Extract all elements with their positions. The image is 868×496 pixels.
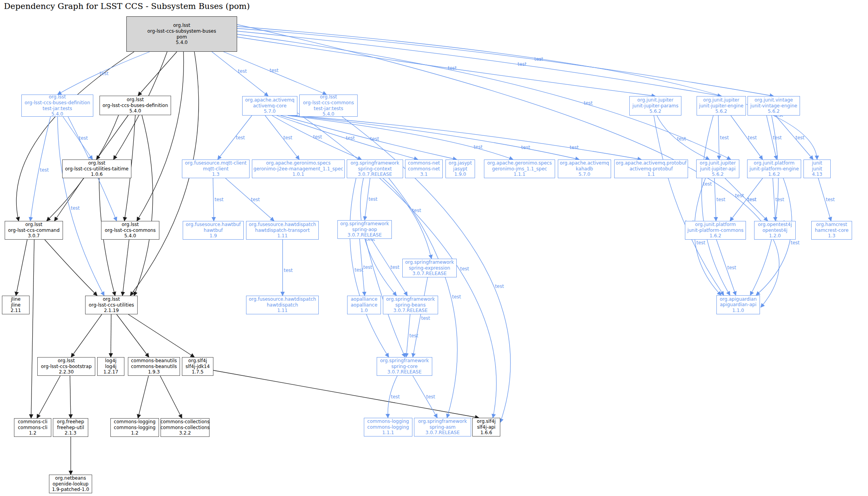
- edge-ccs-bootstrap-to-commons-cli: [37, 376, 60, 418]
- node-label-line: org.apache.geronimo.specs: [487, 160, 552, 166]
- node-ccs-bootstrap: org.lsstorg-lsst-ccs-bootstrap2.2.30: [37, 357, 95, 376]
- node-log4j: log4jlog4j1.2.17: [97, 357, 124, 376]
- node-freehep-util: org.freehepfreehep-util2.1.3: [53, 418, 88, 437]
- node-aopalliance: aopallianceaopalliance1.0: [347, 296, 381, 314]
- edge-scope-label: test: [796, 135, 805, 140]
- node-junit-jupiter-params: org.junit.jupiterjunit-jupiter-params5.6…: [629, 96, 681, 116]
- node-hawtbuf: org.fusesource.hawtbufhawtbuf1.9: [183, 221, 244, 240]
- node-junit-vintage-engine: org.junit.vintagejunit-vintage-engine5.6…: [747, 96, 800, 116]
- node-spring-core: org.springframeworkspring-core3.0.7.RELE…: [377, 357, 432, 376]
- edge-junit-jupiter-api-to-junit-platform-commons: [714, 178, 716, 221]
- node-label-line: 3.2.2: [179, 430, 191, 436]
- edge-scope-label: test: [270, 68, 279, 73]
- edge-junit-platform-engine-to-junit-platform-commons: [730, 178, 763, 221]
- edge-commons-beanutils-to-commons-collections: [160, 376, 182, 418]
- node-activemq-protobuf: org.apache.activemq.protobufactivemq-pro…: [614, 159, 688, 178]
- node-label-line: aopalliance: [351, 296, 377, 302]
- node-spring-beans: org.springframeworkspring-beans3.0.7.REL…: [383, 296, 438, 314]
- node-label-line: commons-collections: [161, 419, 210, 425]
- node-label-line: test-jar:tests: [314, 106, 343, 112]
- edge-ccs-command-to-ccs-utilities: [45, 240, 97, 296]
- node-label-line: org.junit.jupiter: [703, 97, 739, 103]
- edge-scope-label: test: [748, 135, 757, 140]
- node-root: org.lsstorg-lsst-ccs-subsystem-busespom5…: [126, 16, 237, 52]
- node-label-line: 1.0: [360, 308, 368, 314]
- edge-scope-label: test: [826, 197, 835, 202]
- edge-scope-label: test: [251, 197, 260, 202]
- edge-scope-label: test: [71, 205, 80, 211]
- edge-junit-jupiter-engine-to-apiguardian-api: [702, 116, 730, 295]
- node-apiguardian-api: org.apiguardianapiguardian-api1.1.0: [716, 295, 760, 314]
- node-label-line: 4.13: [812, 172, 823, 177]
- node-label-line: junit-jupiter-api: [700, 166, 736, 172]
- node-activemq-core: org.apache.activemqactivemq-core5.7.0: [242, 96, 297, 116]
- node-label-line: org.springframework: [405, 259, 454, 265]
- node-label-line: org.lsst: [103, 296, 120, 302]
- node-label-line: 3.0.7.RELEASE: [388, 369, 422, 375]
- node-label-line: commons-collections: [161, 425, 210, 431]
- node-label-line: org.lsst: [58, 358, 75, 364]
- node-label-line: apiguardian-api: [720, 302, 756, 308]
- edge-slf4j-jdk14-to-slf4j-api: [213, 370, 479, 418]
- node-label-line: org.apache.activemq: [245, 97, 294, 103]
- node-label-line: junit-vintage-engine: [750, 103, 797, 109]
- node-label-line: commons-cli: [18, 425, 47, 431]
- edge-scope-label: test: [421, 315, 430, 321]
- edge-scope-label: test: [355, 267, 363, 273]
- edge-scope-label: test: [370, 136, 379, 142]
- edge-scope-label: test: [703, 181, 712, 187]
- node-label-line: 1.2.17: [103, 369, 118, 375]
- edge-scope-label: test: [100, 71, 108, 76]
- edge-scope-label: test: [452, 294, 461, 300]
- edge-scope-label: test: [215, 197, 224, 202]
- node-slf4j-jdk14: org.slf4jslf4j-jdk141.7.5: [182, 357, 213, 376]
- edge-root-to-junit-vintage-engine: [237, 28, 774, 96]
- node-label-line: 1.11: [277, 233, 288, 239]
- edge-scope-label: test: [448, 65, 457, 71]
- edge-utilities-taitime-to-ccs-command: [54, 178, 84, 221]
- node-label-line: org.apache.geronimo.specs: [266, 160, 331, 166]
- node-junit-platform-engine: org.junit.platformjunit-platform-engine1…: [747, 159, 801, 178]
- node-utilities-taitime: org.lsstorg-lsst-ccs-utilities-taitime1.…: [62, 159, 131, 178]
- node-label-line: mqtt-client: [203, 166, 229, 172]
- node-label-line: 5.4.0: [51, 111, 63, 117]
- node-geronimo-j2ee-management: org.apache.geronimo.specsgeronimo-j2ee-m…: [252, 159, 345, 178]
- node-commons-cli: commons-clicommons-cli1.2: [14, 418, 51, 437]
- node-label-line: org-lsst-ccs-utilities: [89, 302, 134, 308]
- node-jasypt: org.jasyptjasypt1.9.0: [445, 159, 475, 178]
- node-label-line: pom: [176, 34, 187, 40]
- node-label-line: org.opentest4j: [758, 222, 792, 228]
- node-label-line: 1.1.1: [382, 430, 394, 436]
- edge-scope-label: test: [460, 266, 469, 272]
- edge-commons-beanutils-to-commons-logging-1.2: [138, 376, 148, 418]
- node-label-line: junit: [812, 166, 823, 172]
- node-label-line: hamcrest-core: [815, 228, 849, 233]
- edge-scope-label: test: [391, 265, 400, 270]
- node-ccs-commons-testjar: org.lsstorg-lsst-ccs-commonstest-jar:tes…: [299, 95, 358, 117]
- node-label-line: commons-net: [408, 166, 440, 172]
- node-label-line: openide-lookup: [52, 481, 88, 487]
- node-label-line: org.fusesource.hawtdispatch: [249, 296, 316, 302]
- node-label-line: 3.0.7.RELEASE: [426, 430, 460, 436]
- node-label-line: 1.1.0: [732, 308, 744, 314]
- node-label-line: 1.1: [647, 172, 655, 177]
- node-label-line: org.junit.vintage: [754, 97, 793, 103]
- node-kahadb: org.apache.activemqkahadb5.7.0: [558, 159, 611, 178]
- edge-root-to-junit-jupiter-engine: [237, 31, 721, 96]
- node-label-line: geronimo-jms_1.1_spec: [492, 166, 547, 172]
- edge-scope-label: test: [716, 197, 725, 202]
- node-label-line: spring-asm: [430, 424, 456, 430]
- node-label-line: 5.4.0: [176, 40, 188, 46]
- node-commons-collections: commons-collectionscommons-collections3.…: [161, 418, 210, 437]
- node-label-line: org.freehep: [57, 419, 84, 425]
- edge-scope-label: test: [735, 193, 744, 198]
- node-label-line: 2.11: [10, 308, 21, 314]
- node-label-line: 3.0.7.RELEASE: [358, 172, 392, 177]
- node-label-line: org-lsst-ccs-bootstrap: [41, 364, 92, 370]
- node-label-line: 5.4.0: [124, 233, 136, 239]
- node-label-line: junit-jupiter-params: [632, 103, 679, 109]
- node-label-line: org.springframework: [351, 160, 399, 166]
- edge-buses-definition-to-ccs-utilities: [134, 115, 153, 296]
- node-label-line: jasypt: [453, 166, 467, 172]
- edge-spring-context-to-spring-expression: [383, 178, 431, 259]
